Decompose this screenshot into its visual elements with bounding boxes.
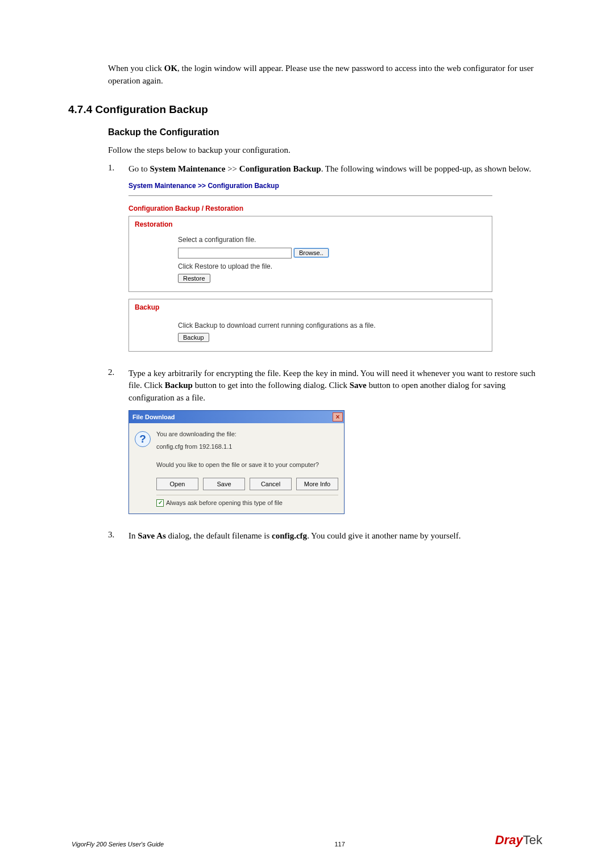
file-path-input[interactable] bbox=[178, 248, 292, 258]
cancel-button[interactable]: Cancel bbox=[250, 478, 292, 490]
open-button[interactable]: Open bbox=[156, 478, 198, 490]
step-3: 3. In Save As dialog, the default filena… bbox=[108, 530, 546, 542]
question-icon: ? bbox=[135, 431, 151, 447]
restoration-box: Restoration Select a configuration file.… bbox=[128, 216, 492, 293]
brand-logo: DrayTek bbox=[495, 833, 542, 848]
select-file-label: Select a configuration file. bbox=[178, 235, 486, 245]
dialog-title: File Download bbox=[132, 411, 175, 423]
section-heading: 4.7.4 Configuration Backup bbox=[68, 103, 546, 116]
footer-doc-title: VigorFly 200 Series User's Guide bbox=[72, 841, 232, 848]
dialog-titlebar: File Download × bbox=[129, 411, 344, 423]
page-footer: VigorFly 200 Series User's Guide 117 Dra… bbox=[0, 833, 614, 848]
restore-button[interactable]: Restore bbox=[178, 274, 210, 283]
config-backup-panel: System Maintenance >> Configuration Back… bbox=[128, 181, 492, 352]
step-1: 1. Go to System Maintenance >> Configura… bbox=[108, 163, 546, 359]
dialog-line2: config.cfg from 192.168.1.1 bbox=[156, 443, 338, 452]
backup-button[interactable]: Backup bbox=[178, 333, 209, 342]
step-number: 2. bbox=[108, 368, 128, 377]
panel-title: Configuration Backup / Restoration bbox=[128, 204, 492, 214]
dialog-line1: You are downloading the file: bbox=[156, 430, 338, 439]
always-ask-checkbox[interactable]: ✓ bbox=[156, 499, 164, 507]
dialog-question: Would you like to open the file or save … bbox=[156, 461, 338, 470]
file-download-dialog: File Download × ? You are downloading th… bbox=[128, 410, 345, 514]
close-icon[interactable]: × bbox=[333, 412, 343, 422]
page-number: 117 bbox=[232, 841, 495, 848]
restore-hint: Click Restore to upload the file. bbox=[178, 262, 486, 272]
save-button[interactable]: Save bbox=[203, 478, 245, 490]
breadcrumb: System Maintenance >> Configuration Back… bbox=[128, 181, 492, 196]
intro-paragraph: When you click OK, the login window will… bbox=[108, 62, 546, 87]
step-2: 2. Type a key arbitrarily for encrypting… bbox=[108, 368, 546, 522]
follow-text: Follow the steps below to backup your co… bbox=[108, 144, 546, 157]
checkbox-label: Always ask before opening this type of f… bbox=[166, 499, 283, 508]
step-number: 1. bbox=[108, 163, 128, 173]
step-number: 3. bbox=[108, 530, 128, 540]
restoration-label: Restoration bbox=[135, 220, 486, 229]
backup-label: Backup bbox=[135, 303, 486, 312]
subsection-heading: Backup the Configuration bbox=[108, 127, 546, 137]
more-info-button[interactable]: More Info bbox=[296, 478, 338, 490]
browse-button[interactable]: Browse.. bbox=[294, 248, 329, 257]
backup-hint: Click Backup to download current running… bbox=[178, 321, 486, 331]
backup-box: Backup Click Backup to download current … bbox=[128, 299, 492, 351]
